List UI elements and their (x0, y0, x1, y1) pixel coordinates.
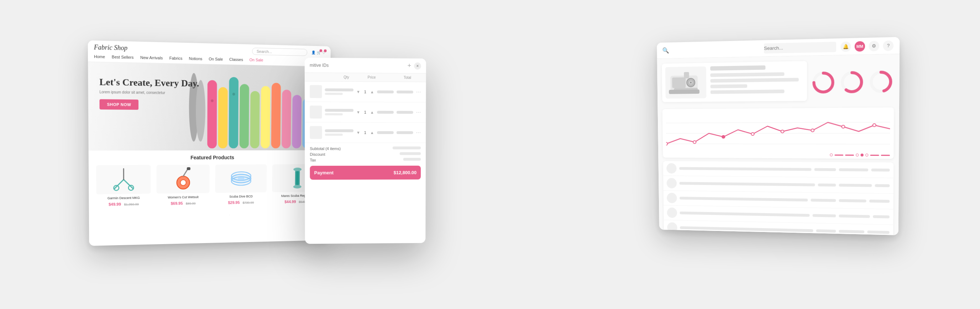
nav-notions[interactable]: Notions (189, 56, 202, 61)
cart-screen: mitive IDs + × Qty Price Total ▼ 1 ▲ (304, 58, 426, 244)
page-dot-3[interactable] (865, 153, 868, 156)
user-avatar[interactable]: MM (854, 41, 865, 51)
product-detail-img (665, 66, 706, 98)
page-dot-active[interactable] (861, 153, 863, 156)
bobbins-svg (229, 166, 253, 191)
product-grid: Garmin Descent MKG $49.99 $1,050.00 (96, 164, 322, 207)
help-button[interactable]: ? (883, 40, 894, 51)
item-total-bar-3 (396, 131, 413, 134)
add-item-button[interactable]: + (407, 62, 411, 69)
spool-svg (289, 166, 306, 191)
product-old-price-2: $89.99 (186, 202, 196, 205)
cart-icon-wrap[interactable]: 🛒 (317, 50, 321, 54)
payment-button[interactable]: Payment $12,800.00 (310, 165, 421, 179)
qty-up-3[interactable]: ▲ (370, 130, 374, 134)
product-card-3[interactable]: Scuba Dive BCD $29.95 $739.99 (215, 164, 267, 206)
donut-3 (867, 69, 894, 94)
row-bar-2c (839, 184, 872, 187)
svg-line-50 (666, 144, 890, 144)
item-qty-ctrl-1[interactable]: ▼ 1 ▲ (356, 90, 374, 94)
qty-up-1[interactable]: ▲ (370, 90, 374, 94)
product-pricing-2: $69.95 $89.99 (156, 199, 209, 207)
discount-val (399, 152, 421, 155)
table-row-1[interactable] (663, 161, 894, 178)
info-bar-4 (710, 84, 747, 88)
product-card-2[interactable]: Women's Cut Wetsuit $69.95 $89.99 (156, 164, 209, 206)
nav-on-sale-2[interactable]: On Sale (249, 58, 263, 62)
svg-point-55 (781, 130, 783, 133)
item-name-bar-2 (325, 109, 353, 112)
hero-text: Let's Create, Every Day. Lorem ipsum dol… (99, 77, 199, 110)
product-detail-info (710, 64, 803, 98)
cart-header: mitive IDs + × (304, 58, 426, 74)
roller-svg (172, 167, 194, 192)
svg-rect-2 (207, 80, 217, 148)
row-bar-1c (839, 168, 868, 171)
row-avatar-1 (667, 163, 677, 173)
nav-fabrics[interactable]: Fabrics (169, 56, 182, 60)
nav-on-sale-1[interactable]: On Sale (208, 57, 223, 61)
nav-best-sellers[interactable]: Best Sellers (111, 54, 133, 59)
item-more-1[interactable]: ⋯ (416, 89, 421, 95)
svg-line-23 (183, 169, 187, 176)
row-avatar-2 (667, 178, 677, 188)
page-dot-1[interactable] (830, 153, 833, 156)
close-button[interactable]: × (414, 62, 421, 69)
featured-section: Featured Products Garmin Descent MKG (88, 150, 329, 212)
item-qty-ctrl-3[interactable]: ▼ 1 ▲ (356, 130, 374, 134)
item-price-bar-3 (377, 131, 393, 134)
item-price-bar-2 (377, 110, 393, 113)
qty-val-2: 1 (361, 110, 368, 114)
header-icons: 👤 🛒 ♡ (311, 50, 325, 54)
item-name-bar-1 (325, 88, 353, 91)
nav-classes[interactable]: Classes (229, 57, 243, 62)
item-qty-ctrl-2[interactable]: ▼ 1 ▲ (356, 110, 374, 114)
page-line-1[interactable] (834, 154, 843, 155)
shop-now-button[interactable]: SHOP NOW (99, 99, 138, 109)
product-card-1[interactable]: Garmin Descent MKG $49.99 $1,050.00 (96, 165, 151, 207)
qty-down-3[interactable]: ▼ (356, 130, 360, 134)
dashboard-search-icon[interactable]: 🔍 (662, 47, 669, 53)
page-line-3[interactable] (870, 154, 879, 155)
row-bar-4d (873, 215, 889, 218)
search-bar[interactable]: Search... (252, 47, 307, 56)
svg-point-53 (722, 135, 725, 138)
page-line-2[interactable] (845, 154, 854, 155)
nav-new-arrivals[interactable]: New Arrivals (140, 55, 163, 60)
info-bar-1 (710, 65, 766, 70)
row-bar-1d (871, 168, 889, 171)
gear-button[interactable]: ⚙ (869, 40, 879, 51)
row-bar-2a (679, 182, 815, 186)
wishlist-icon-wrap[interactable]: ♡ (322, 51, 325, 54)
qty-down-1[interactable]: ▼ (356, 90, 360, 94)
row-avatar-4 (667, 207, 677, 218)
login-icon[interactable]: 👤 (311, 50, 315, 54)
product-name-3: Scuba Dive BCD (215, 194, 267, 199)
page-dot-2[interactable] (856, 153, 859, 156)
top-row (662, 59, 894, 106)
qty-down-2[interactable]: ▼ (356, 110, 360, 114)
chart-svg (666, 111, 890, 155)
row-bar-5d (867, 230, 889, 234)
cart-title: mitive IDs (309, 62, 328, 68)
cart-item-2: ▼ 1 ▲ ⋯ (305, 102, 426, 123)
qty-val-1: 1 (361, 90, 368, 94)
dashboard-screen: 🔍 🔔 MM ⚙ ? (657, 37, 900, 235)
nav-home[interactable]: Home (94, 54, 105, 59)
item-more-3[interactable]: ⋯ (416, 130, 421, 135)
item-info-1 (325, 88, 353, 95)
wishlist-badge (324, 49, 326, 52)
bell-button[interactable]: 🔔 (840, 41, 851, 52)
dashboard-search-input[interactable] (764, 42, 836, 53)
item-more-2[interactable]: ⋯ (416, 109, 421, 115)
svg-rect-4 (229, 77, 238, 148)
product-detail-card (662, 61, 807, 102)
dashboard-table (663, 161, 894, 235)
item-sub-bar-1 (325, 93, 342, 95)
featured-title: Featured Products (96, 154, 322, 161)
page-line-4[interactable] (881, 154, 889, 155)
row-bar-1b (814, 168, 836, 171)
qty-up-2[interactable]: ▲ (370, 110, 374, 114)
tax-row: Tax (310, 157, 421, 162)
left-top-icons: Search... 👤 🛒 ♡ (252, 47, 325, 56)
